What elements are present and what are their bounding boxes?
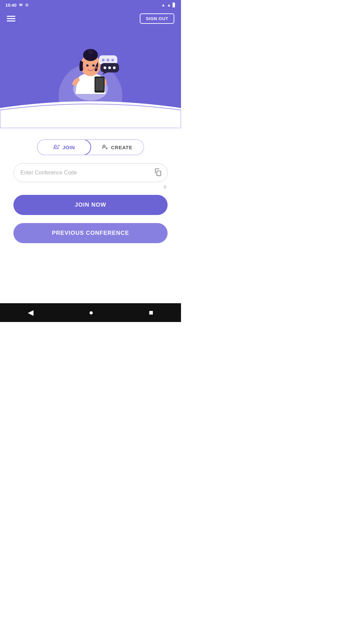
- home-button[interactable]: ●: [89, 308, 93, 317]
- create-tab-label: CREATE: [111, 145, 132, 150]
- bottom-nav-bar: ◀ ● ■: [0, 303, 181, 322]
- svg-point-7: [86, 64, 89, 67]
- create-tab[interactable]: CREATE: [90, 140, 143, 155]
- svg-point-14: [102, 59, 105, 61]
- tab-switcher: JOIN CREATE: [37, 139, 144, 155]
- signal-icon: ▲: [167, 3, 171, 7]
- hamburger-line-3: [7, 20, 15, 21]
- status-icons: ▲ ▲ ▊: [161, 3, 176, 7]
- app-header: SIGN OUT: [0, 10, 181, 27]
- svg-point-8: [93, 64, 95, 67]
- svg-point-10: [94, 65, 95, 65]
- svg-point-9: [88, 65, 88, 65]
- create-icon: [102, 144, 108, 151]
- join-now-button[interactable]: JOIN NOW: [13, 195, 168, 215]
- main-content: JOIN CREATE 0 JOIN NOW PREVIOUS CONFEREN…: [0, 119, 181, 253]
- input-wrapper: 0: [13, 163, 168, 182]
- sign-out-button[interactable]: SIGN OUT: [140, 13, 174, 24]
- join-tab-label: JOIN: [62, 145, 75, 150]
- wifi-icon: ▲: [161, 3, 165, 7]
- join-tab[interactable]: JOIN: [37, 139, 91, 155]
- mail-icon: ✉: [19, 3, 22, 7]
- home-icon: ●: [89, 308, 93, 317]
- svg-point-6: [88, 49, 93, 54]
- hamburger-line-2: [7, 18, 15, 19]
- hamburger-line-1: [7, 16, 15, 17]
- back-button[interactable]: ◀: [28, 308, 34, 317]
- svg-point-11: [83, 66, 87, 69]
- hero-illustration: [54, 27, 127, 101]
- char-count: 0: [164, 184, 166, 190]
- person-illustration: [57, 27, 124, 101]
- conference-code-input[interactable]: [13, 163, 168, 182]
- vpn-icon: ⊙: [25, 3, 28, 7]
- svg-point-19: [108, 66, 111, 69]
- time-display: 10:40: [5, 3, 16, 8]
- battery-icon: ▊: [173, 3, 176, 7]
- join-icon: [53, 144, 60, 151]
- status-time: 10:40 ✉ ⊙: [5, 3, 28, 8]
- svg-point-18: [104, 66, 106, 69]
- back-icon: ◀: [28, 308, 34, 317]
- hamburger-menu[interactable]: [7, 16, 15, 21]
- svg-rect-2: [96, 78, 104, 91]
- svg-point-16: [111, 59, 114, 61]
- svg-point-15: [107, 59, 109, 61]
- status-bar: 10:40 ✉ ⊙ ▲ ▲ ▊: [0, 0, 181, 10]
- svg-point-20: [113, 66, 116, 69]
- copy-icon[interactable]: [154, 168, 162, 178]
- recent-button[interactable]: ■: [149, 308, 153, 317]
- previous-conference-button[interactable]: PREVIOUS CONFERENCE: [13, 223, 168, 243]
- svg-point-12: [94, 66, 98, 69]
- svg-rect-25: [157, 171, 161, 176]
- recent-icon: ■: [149, 308, 153, 317]
